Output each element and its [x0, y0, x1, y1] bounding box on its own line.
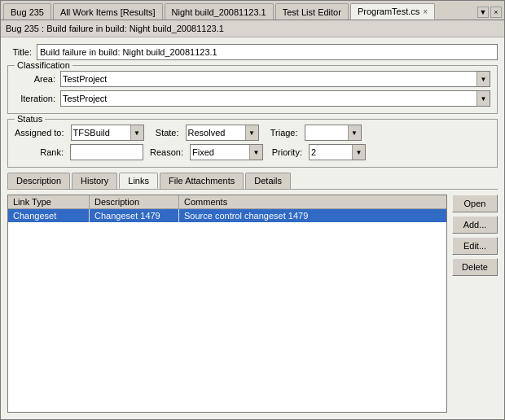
- tab-history[interactable]: History: [72, 173, 117, 189]
- assigned-to-label: Assigned to:: [15, 128, 64, 138]
- content-area: Title: Classification Area: TestProject …: [1, 37, 504, 419]
- area-select[interactable]: TestProject: [60, 71, 490, 87]
- priority-label: Priority:: [270, 147, 302, 157]
- cell-comments: Source control changeset 1479: [179, 209, 446, 222]
- status-row-2: Rank: Reason: Fixed ▼ Priority: 2 ▼: [15, 144, 490, 160]
- tab-close-icon[interactable]: ×: [423, 7, 428, 16]
- reason-select[interactable]: Fixed: [190, 144, 263, 160]
- iteration-label: Iteration:: [15, 94, 55, 103]
- assigned-to-select[interactable]: TFSBuild: [71, 125, 144, 141]
- tab-file-attachments[interactable]: File Attachments: [160, 173, 244, 189]
- title-label: Title:: [7, 47, 32, 57]
- tab-allworkitems[interactable]: All Work Items [Results]: [53, 3, 163, 20]
- classification-label: Classification: [15, 60, 72, 70]
- tab-pin-button[interactable]: ▼: [477, 7, 489, 18]
- tab-close-all-button[interactable]: ×: [490, 7, 502, 18]
- tab-testlisteditor[interactable]: Test List Editor: [275, 3, 349, 20]
- col-header-comments: Comments: [179, 195, 446, 208]
- state-select[interactable]: Resolved: [186, 125, 259, 141]
- links-table-header: Link Type Description Comments: [8, 195, 446, 209]
- window-title-bar: Bug 235 : Build failure in build: Night …: [1, 20, 504, 37]
- title-row: Title:: [7, 44, 498, 60]
- delete-button[interactable]: Delete: [452, 258, 498, 276]
- priority-select[interactable]: 2: [309, 144, 366, 160]
- edit-button[interactable]: Edit...: [452, 237, 498, 255]
- triage-select[interactable]: [305, 125, 362, 141]
- tab-links[interactable]: Links: [119, 173, 158, 189]
- rank-label: Rank:: [15, 147, 64, 157]
- area-label: Area:: [15, 74, 55, 84]
- inner-tab-bar: Description History Links File Attachmen…: [7, 173, 498, 190]
- iteration-select[interactable]: TestProject: [60, 90, 490, 107]
- state-label: State:: [151, 128, 179, 138]
- classification-group: Classification Area: TestProject ▼ Itera…: [7, 65, 498, 114]
- state-wrapper: Resolved ▼: [186, 125, 259, 141]
- iteration-select-wrapper: TestProject ▼: [60, 90, 490, 107]
- links-action-buttons: Open Add... Edit... Delete: [452, 195, 498, 413]
- cell-description: Changeset 1479: [90, 209, 179, 222]
- tab-details[interactable]: Details: [245, 173, 291, 189]
- priority-wrapper: 2 ▼: [309, 144, 366, 160]
- tab-programtest[interactable]: ProgramTest.cs ×: [350, 3, 435, 20]
- tab-nightbuild[interactable]: Night build_20081123.1: [165, 3, 274, 20]
- status-row-1: Assigned to: TFSBuild ▼ State: Resolved …: [15, 125, 490, 141]
- window-title: Bug 235 : Build failure in build: Night …: [6, 24, 224, 33]
- cell-link-type: Changeset: [8, 209, 90, 222]
- open-button[interactable]: Open: [452, 195, 498, 212]
- triage-wrapper: ▼: [305, 125, 362, 141]
- add-button[interactable]: Add...: [452, 216, 498, 234]
- area-select-wrapper: TestProject ▼: [60, 71, 490, 87]
- reason-label: Reason:: [150, 147, 183, 157]
- tab-bar: Bug 235 All Work Items [Results] Night b…: [1, 1, 504, 20]
- tab-description[interactable]: Description: [7, 173, 70, 189]
- tab-bug235[interactable]: Bug 235: [3, 3, 51, 20]
- col-header-description: Description: [90, 195, 179, 208]
- links-panel: Link Type Description Comments Changeset…: [7, 195, 498, 413]
- col-header-link-type: Link Type: [8, 195, 90, 208]
- table-row[interactable]: Changeset Changeset 1479 Source control …: [8, 209, 446, 222]
- iteration-row: Iteration: TestProject ▼: [15, 90, 490, 107]
- reason-wrapper: Fixed ▼: [190, 144, 263, 160]
- links-table: Link Type Description Comments Changeset…: [7, 195, 447, 413]
- tab-bar-actions: ▼ ×: [477, 7, 502, 20]
- status-group: Status Assigned to: TFSBuild ▼ State: Re…: [7, 119, 498, 168]
- title-input[interactable]: [37, 44, 498, 60]
- links-table-body: Changeset Changeset 1479 Source control …: [8, 209, 446, 412]
- assigned-to-wrapper: TFSBuild ▼: [71, 125, 144, 141]
- status-label: Status: [15, 114, 45, 124]
- rank-input[interactable]: [70, 144, 143, 160]
- area-row: Area: TestProject ▼: [15, 71, 490, 87]
- triage-label: Triage:: [266, 128, 298, 138]
- main-window: Bug 235 All Work Items [Results] Night b…: [0, 0, 505, 420]
